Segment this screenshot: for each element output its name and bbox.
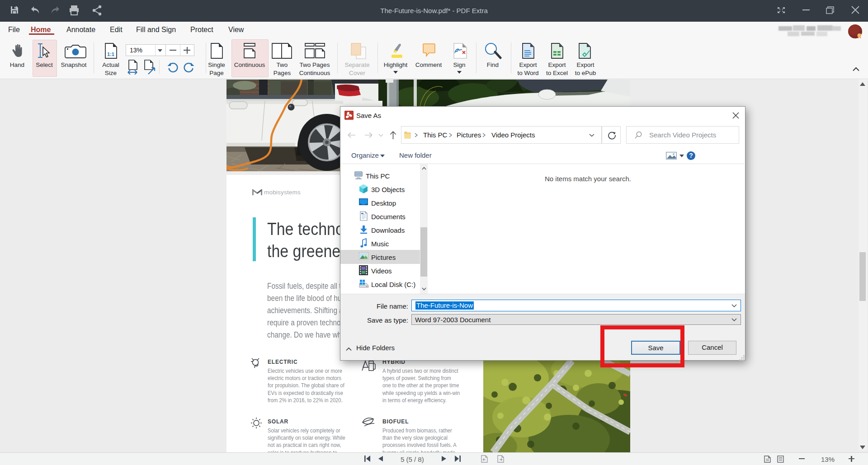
svg-text:1:1: 1:1 (107, 52, 114, 57)
